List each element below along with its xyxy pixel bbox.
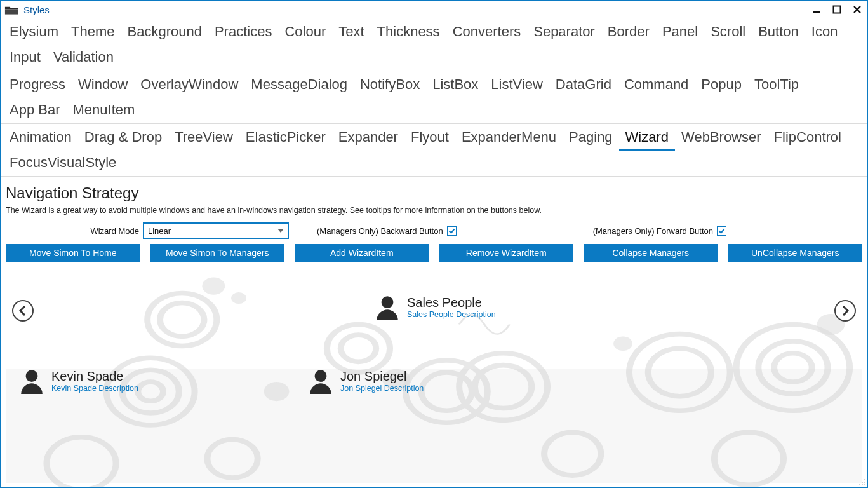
tab-focusvisualstyle[interactable]: FocusVisualStyle (3, 151, 123, 176)
tab-validation[interactable]: Validation (47, 45, 120, 71)
backward-button-group: (Managers Only) Backward Button (317, 226, 457, 236)
svg-point-29 (26, 370, 38, 382)
tab-practices[interactable]: Practices (208, 20, 278, 45)
svg-point-6 (138, 382, 163, 401)
backward-checkbox[interactable] (447, 226, 457, 236)
svg-point-11 (459, 353, 547, 421)
wizard-card-jon-spiegel[interactable]: Jon Spiegel Jon Spiegel Description (307, 367, 424, 394)
tab-converters[interactable]: Converters (446, 20, 528, 45)
chevron-down-icon (277, 229, 284, 233)
tab-wizard[interactable]: Wizard (619, 125, 675, 151)
tab-expander[interactable]: Expander (332, 125, 404, 151)
wizard-mode-value: Linear (148, 226, 171, 236)
tab-tooltip[interactable]: ToolTip (748, 72, 805, 98)
move-managers-button[interactable]: Move Simon To Managers (150, 244, 285, 262)
svg-point-26 (613, 336, 632, 351)
remove-wizarditem-button[interactable]: Remove WizardItem (439, 244, 574, 262)
svg-point-15 (737, 325, 850, 411)
tab-listview[interactable]: ListView (484, 72, 549, 98)
tab-paging[interactable]: Paging (563, 125, 619, 151)
move-home-button[interactable]: Move Simon To Home (6, 244, 140, 262)
avatar-icon (307, 367, 334, 394)
tab-popup[interactable]: Popup (695, 72, 748, 98)
wizard-forward-button[interactable] (834, 300, 856, 322)
tab-background[interactable]: Background (121, 20, 208, 45)
maximize-button[interactable] (831, 3, 843, 16)
svg-point-18 (46, 437, 116, 487)
svg-point-20 (544, 432, 601, 475)
tab-button[interactable]: Button (752, 20, 805, 45)
tab-overlaywindow[interactable]: OverlayWindow (134, 72, 244, 98)
tab-theme[interactable]: Theme (65, 20, 121, 45)
close-button[interactable] (851, 3, 864, 16)
tab-flyout[interactable]: Flyout (404, 125, 455, 151)
svg-point-22 (202, 278, 225, 295)
tab-elysium[interactable]: Elysium (3, 20, 65, 45)
tab-expandermenu[interactable]: ExpanderMenu (455, 125, 563, 151)
tab-drag-drop[interactable]: Drag & Drop (78, 125, 168, 151)
svg-point-12 (475, 365, 531, 409)
tab-colour[interactable]: Colour (278, 20, 332, 45)
tab-input[interactable]: Input (3, 45, 47, 71)
add-wizarditem-button[interactable]: Add WizardItem (295, 244, 429, 262)
minimize-button[interactable] (810, 3, 823, 16)
action-buttons: Move Simon To Home Move Simon To Manager… (6, 244, 862, 262)
svg-point-10 (422, 372, 472, 410)
collapse-managers-button[interactable]: Collapse Managers (584, 244, 718, 262)
tab-separator[interactable]: Separator (527, 20, 601, 45)
tab-menuitem[interactable]: MenuItem (67, 98, 142, 123)
forward-button-group: (Managers Only) Forward Button (593, 226, 726, 236)
svg-point-13 (629, 334, 730, 411)
card-name: Sales People (407, 295, 496, 310)
tab-progress[interactable]: Progress (3, 72, 72, 98)
svg-point-23 (231, 292, 246, 304)
card-description: Sales People Description (407, 310, 496, 319)
tab-webbrowser[interactable]: WebBrowser (675, 125, 768, 151)
wizard-card-kevin-spade[interactable]: Kevin Spade Kevin Spade Description (18, 367, 138, 394)
card-description: Jon Spiegel Description (340, 384, 424, 393)
tab-app-bar[interactable]: App Bar (3, 98, 67, 123)
wizard-mode-select[interactable]: Linear (143, 222, 289, 239)
resize-grip[interactable] (857, 477, 866, 486)
uncollapse-managers-button[interactable]: UnCollapse Managers (728, 244, 863, 262)
tab-scroll[interactable]: Scroll (704, 20, 752, 45)
tab-messagedialog[interactable]: MessageDialog (244, 72, 354, 98)
wizard-card-sales-people[interactable]: Sales People Sales People Description (374, 294, 496, 320)
tab-animation[interactable]: Animation (3, 125, 78, 151)
tab-border[interactable]: Border (601, 20, 656, 45)
page-title: Navigation Strategy (6, 184, 862, 202)
tab-datagrid[interactable]: DataGrid (549, 72, 618, 98)
avatar-icon (18, 367, 45, 394)
tab-listbox[interactable]: ListBox (426, 72, 484, 98)
svg-point-34 (859, 484, 860, 485)
card-name: Jon Spiegel (340, 369, 424, 384)
forward-checkbox[interactable] (717, 226, 726, 236)
forward-label: (Managers Only) Forward Button (593, 226, 713, 236)
tab-treeview[interactable]: TreeView (168, 125, 239, 151)
tab-text[interactable]: Text (332, 20, 370, 45)
svg-point-24 (264, 382, 290, 401)
svg-point-16 (758, 341, 827, 394)
tab-panel[interactable]: Panel (656, 20, 704, 45)
tab-command[interactable]: Command (618, 72, 695, 98)
svg-rect-1 (834, 6, 841, 13)
tab-notifybox[interactable]: NotifyBox (354, 72, 426, 98)
svg-point-31 (864, 479, 865, 480)
backward-label: (Managers Only) Backward Button (317, 226, 443, 236)
avatar-icon (374, 294, 401, 320)
svg-point-32 (862, 482, 863, 483)
wizard-back-button[interactable] (12, 300, 34, 322)
folder-icon (4, 4, 18, 15)
svg-point-19 (207, 440, 257, 478)
tab-window[interactable]: Window (72, 72, 134, 98)
app-window: Styles ElysiumThemeBackgroundPracticesCo… (0, 0, 868, 488)
tab-thickness[interactable]: Thickness (371, 20, 446, 45)
tab-elasticpicker[interactable]: ElasticPicker (239, 125, 332, 151)
svg-point-21 (714, 432, 784, 485)
tab-icon[interactable]: Icon (805, 20, 845, 45)
page-description: The Wizard is a great way to avoid multi… (6, 206, 862, 215)
window-title: Styles (23, 4, 50, 15)
tab-flipcontrol[interactable]: FlipControl (768, 125, 848, 151)
wizard-canvas: Sales People Sales People Description Ke… (6, 267, 862, 487)
svg-point-3 (160, 303, 204, 337)
